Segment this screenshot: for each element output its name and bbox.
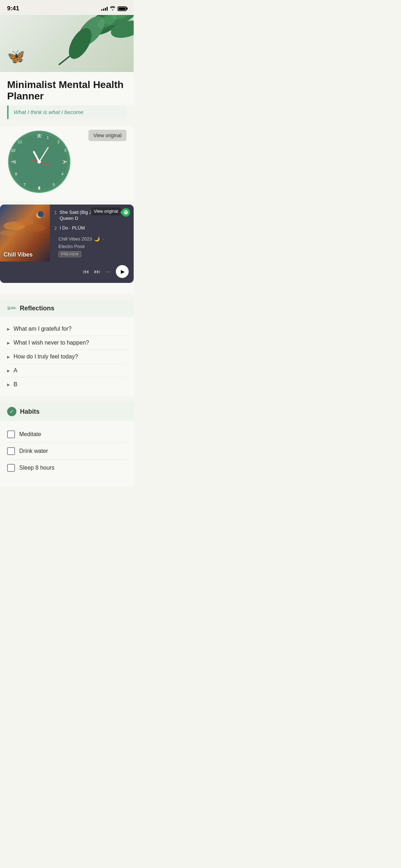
spotify-logo [122,208,130,217]
habits-header: ✓ Habits [0,402,134,421]
habit-label-2: Drink water [19,448,48,454]
habit-checkbox-2[interactable] [7,447,15,455]
spotify-card: View original [0,205,134,283]
album-title: Chill Vibes [4,252,33,258]
page-title-section: Minimalist Mental Health Planner [0,72,134,105]
svg-text:5: 5 [53,182,55,187]
tagline-block: What I think is what I become [7,105,127,119]
habit-checkbox-1[interactable] [7,430,15,438]
reflection-text-4: A [14,367,17,374]
reflections-section: ≡✏ Reflections ▶ What am I grateful for?… [0,299,134,396]
svg-text:7: 7 [24,182,26,187]
habit-item-2: Drink water [7,443,127,460]
svg-text:4: 4 [61,172,63,176]
playlist-name: Chill Vibes 2023 [58,236,92,242]
reflection-text-5: B [14,381,17,388]
spotify-section: View original [0,205,134,294]
track-num-2: 2 [54,226,57,231]
svg-point-37 [38,211,43,217]
status-bar: 9:41 [0,0,134,15]
player-controls: ⏮ ⏭ ··· ▶ [0,262,134,283]
reflection-item-4[interactable]: ▶ A [7,364,127,378]
status-time: 9:41 [7,5,19,12]
header-image: 🦋 [0,15,134,72]
skip-forward-button[interactable]: ⏭ [94,268,101,275]
clock-widget: 12 3 6 9 2 3 4 5 7 8 10 11 1 [7,130,71,194]
svg-point-30 [37,160,41,164]
play-button[interactable]: ▶ [116,265,129,278]
reflection-item-3[interactable]: ▶ How do I truly feel today? [7,350,127,364]
tagline-text: What I think is what I become [14,109,83,115]
track-item-2: 2 I Do · PLÜM [54,225,130,231]
svg-text:11: 11 [18,140,22,144]
reflections-icon: ≡✏ [7,304,16,312]
page-title: Minimalist Mental Health Planner [7,79,127,102]
artist-name: · [103,236,104,242]
habits-title: Habits [20,408,40,415]
signal-icon [101,6,108,11]
svg-text:8: 8 [15,172,17,176]
reflections-list: ▶ What am I grateful for? ▶ What I wish … [0,317,134,396]
habit-checkbox-3[interactable] [7,464,15,472]
wifi-icon [110,6,115,11]
moon-emoji: 🌙 [94,236,100,242]
butterfly-icon: 🦋 [7,48,25,65]
svg-text:1: 1 [47,135,49,140]
track-name-2: I Do · PLÜM [60,225,85,231]
triangle-icon-3: ▶ [7,355,10,359]
reflection-item-5[interactable]: ▶ B [7,378,127,391]
svg-point-35 [0,230,14,236]
reflections-title: Reflections [20,305,55,312]
view-original-spotify-button[interactable]: View original [91,207,121,215]
svg-text:2: 2 [57,140,60,144]
habit-label-3: Sleep 8 hours [19,465,55,471]
habit-item-3: Sleep 8 hours [7,460,127,476]
svg-point-34 [26,224,46,232]
preview-badge: PREVIEW [58,251,81,257]
reflection-item-1[interactable]: ▶ What am I grateful for? [7,322,127,336]
svg-text:3: 3 [64,148,66,153]
clock-section: 12 3 6 9 2 3 4 5 7 8 10 11 1 [0,126,134,201]
reflection-text-3: How do I truly feel today? [14,353,78,360]
playlist-info: Chill Vibes 2023 🌙 · Electro Posé [54,235,130,249]
habit-label-1: Meditate [19,431,41,438]
album-art: Chill Vibes [0,205,50,262]
skip-back-button[interactable]: ⏮ [83,268,89,275]
clock-face: 12 3 6 9 2 3 4 5 7 8 10 11 1 [7,130,71,194]
habits-section: ✓ Habits Meditate Drink water Sleep 8 ho… [0,402,134,487]
status-icons [101,6,127,11]
view-original-clock-button[interactable]: View original [88,130,127,141]
battery-icon [118,6,127,11]
triangle-icon-2: ▶ [7,341,10,345]
track-num-1: 1 [54,210,57,215]
leaf-decoration [48,15,134,72]
artist-name-text: Electro Posé [58,244,85,249]
triangle-icon-5: ▶ [7,383,10,387]
reflections-header: ≡✏ Reflections [0,299,134,317]
triangle-icon-4: ▶ [7,369,10,373]
habits-check-icon: ✓ [7,407,16,416]
reflection-item-2[interactable]: ▶ What I wish never to happen? [7,336,127,350]
habits-list: Meditate Drink water Sleep 8 hours [0,421,134,487]
reflection-text-1: What am I grateful for? [14,326,72,332]
reflection-text-2: What I wish never to happen? [14,340,89,346]
more-options-button[interactable]: ··· [106,268,111,275]
triangle-icon-1: ▶ [7,327,10,331]
habit-item-1: Meditate [7,426,127,443]
svg-text:10: 10 [11,148,15,153]
